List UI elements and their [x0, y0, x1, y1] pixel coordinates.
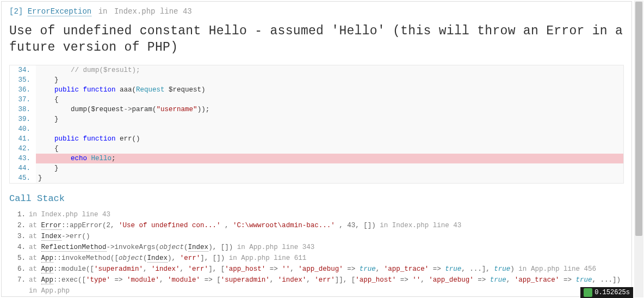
line-number: 39. [10, 114, 36, 124]
stack-item: 4.at ReflectionMethod->invokeArgs(object… [17, 242, 624, 253]
code-content: { [36, 144, 623, 154]
code-line: 36. public function aaa(Request $request… [10, 85, 623, 95]
class-link[interactable]: ReflectionMethod [41, 244, 107, 252]
stack-item: 7.at App::exec(['type' => 'module', 'mod… [17, 275, 624, 296]
stack-number [17, 296, 29, 297]
exception-link[interactable]: ErrorException [28, 7, 92, 16]
error-page: [2] ErrorException in Index.php line 43 … [1, 1, 632, 297]
line-number: 35. [10, 75, 36, 85]
stack-body: at Index->err() [29, 231, 624, 242]
stack-item: 6.at App::module(['superadmin', 'index',… [17, 264, 624, 275]
code-line: 39. } [10, 114, 623, 124]
line-number: 34. [10, 65, 36, 75]
timer-value: 0.152625s [595, 289, 630, 296]
code-line: 37. { [10, 95, 623, 105]
class-link[interactable]: Index [188, 244, 209, 252]
line-number: 41. [10, 134, 36, 144]
code-line: 40. [10, 124, 623, 134]
leaf-icon [584, 288, 592, 297]
error-file: Index.php line 43 [114, 7, 192, 16]
stack-number: 1. [17, 209, 29, 220]
class-link[interactable]: App [41, 254, 54, 263]
code-content: { [36, 95, 623, 105]
line-number: 37. [10, 95, 36, 105]
class-link[interactable]: Index [41, 233, 62, 241]
code-line: 35. } [10, 75, 623, 85]
code-content: public function aaa(Request $request) [36, 85, 623, 95]
stack-item: 5.at App::invokeMethod([object(Index), '… [17, 253, 624, 264]
class-link[interactable]: App [41, 276, 54, 284]
code-content [36, 124, 623, 134]
call-stack-title: Call Stack [2, 191, 631, 209]
code-content: } [36, 75, 623, 85]
code-line: 38. dump($request->param("username")); [10, 105, 623, 114]
in-label: in [98, 7, 108, 16]
code-content: // dump($result); [36, 65, 623, 75]
scrollbar-thumb[interactable] [635, 2, 642, 236]
stack-body: at App::invokeMethod([object(Index), 'er… [29, 253, 624, 264]
class-link[interactable]: Error [41, 222, 62, 230]
stack-item: 1.in Index.php line 43 [17, 209, 624, 220]
error-code: [2] [9, 7, 23, 16]
stack-number: 3. [17, 231, 29, 242]
stack-number: 4. [17, 242, 29, 253]
stack-body: in Index.php line 43 [29, 209, 624, 220]
scrollbar-vertical[interactable] [634, 1, 643, 297]
stack-body: at App::exec(['type' => 'module', 'modul… [29, 275, 624, 296]
class-link[interactable]: Index [147, 254, 168, 263]
stack-number: 6. [17, 264, 29, 275]
line-number: 45. [10, 173, 36, 183]
code-line: 45.} [10, 173, 623, 183]
code-line: 44. } [10, 163, 623, 173]
code-content: public function err() [36, 134, 623, 144]
stack-body: at Error::appError(2, 'Use of undefined … [29, 220, 624, 231]
error-message: Use of undefined constant Hello - assume… [2, 19, 631, 65]
code-line: 42. { [10, 144, 623, 154]
code-content: dump($request->param("username")); [36, 105, 623, 114]
stack-body: line 139 [29, 296, 624, 297]
code-content: } [36, 173, 623, 183]
stack-body: at ReflectionMethod->invokeArgs(object(I… [29, 242, 624, 253]
debug-timer-badge[interactable]: 0.152625s [580, 287, 633, 298]
code-block: 34. // dump($result);35. }36. public fun… [9, 65, 624, 184]
stack-number: 7. [17, 275, 29, 296]
code-line: 43. echo Hello; [10, 154, 623, 163]
line-number: 40. [10, 124, 36, 134]
stack-number: 5. [17, 253, 29, 264]
stack-item: 3.at Index->err() [17, 231, 624, 242]
error-header: [2] ErrorException in Index.php line 43 [2, 2, 631, 19]
line-number: 44. [10, 163, 36, 173]
code-content: } [36, 114, 623, 124]
line-number: 42. [10, 144, 36, 154]
stack-item: 2.at Error::appError(2, 'Use of undefine… [17, 220, 624, 231]
code-line: 34. // dump($result); [10, 65, 623, 75]
code-content: echo Hello; [36, 154, 623, 163]
line-number: 38. [10, 105, 36, 114]
call-stack: 1.in Index.php line 432.at Error::appErr… [2, 209, 631, 297]
stack-number: 2. [17, 220, 29, 231]
stack-item: line 139 [17, 296, 624, 297]
stack-body: at App::module(['superadmin', 'index', '… [29, 264, 624, 275]
code-line: 41. public function err() [10, 134, 623, 144]
line-number: 43. [10, 154, 36, 163]
code-content: } [36, 163, 623, 173]
line-number: 36. [10, 85, 36, 95]
class-link[interactable]: App [41, 265, 54, 273]
